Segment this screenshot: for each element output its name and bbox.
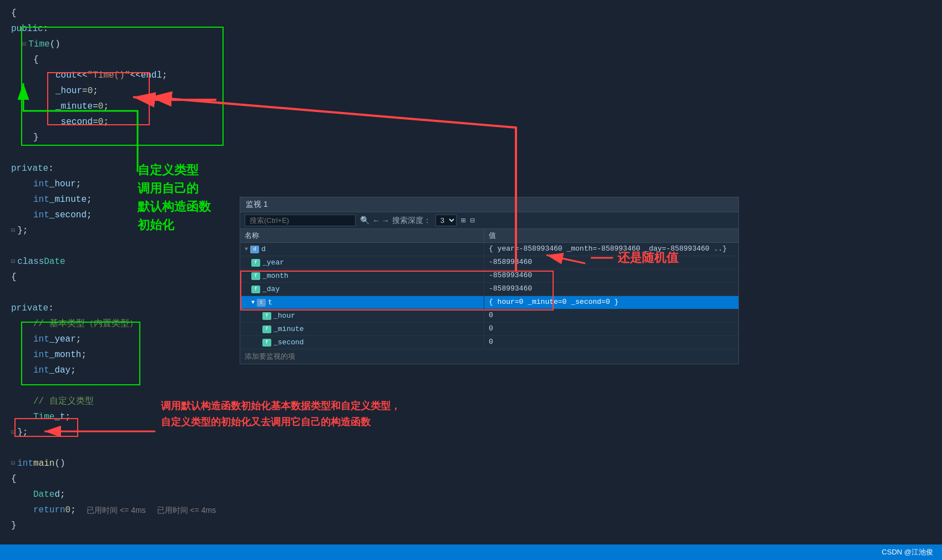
watch-name-t: ▼ t t [240, 296, 484, 309]
watch-toolbar: 🔍 ← → 搜索深度： 3 ⊞ ⊟ [240, 212, 738, 229]
depth-select[interactable]: 3 [435, 215, 457, 226]
watch-table-header: 名称 值 [240, 229, 738, 243]
watch-row-t[interactable]: ▼ t t { hour=0 _minute=0 _second=0 } [240, 296, 738, 309]
code-line: Time _t; [11, 409, 931, 425]
code-line: int _hour; [11, 176, 931, 192]
code-line: private: [11, 161, 931, 176]
code-line: _hour = 0; [11, 83, 931, 99]
watch-row-d[interactable]: ▼ d d { year=-858993460 _month=-85899346… [240, 243, 738, 256]
watch-search-input[interactable] [245, 215, 356, 226]
watch-name-d: ▼ d d [240, 243, 484, 256]
watch-name-month: f _month [240, 269, 484, 282]
watch-value-day: -858993460 [484, 283, 738, 296]
code-line: { [11, 471, 931, 487]
status-bar: CSDN @江池俊 [0, 544, 942, 560]
watch-name-minute: f _minute [240, 323, 484, 335]
code-line: _minute = 0; [11, 99, 931, 114]
watch-value-year: -858993460 [484, 256, 738, 269]
watch-name-hour: f _hour [240, 309, 484, 322]
code-line: ⊟}; [11, 425, 931, 440]
watch-name-day: f _day [240, 283, 484, 296]
watch-row-month[interactable]: f _month -858993460 [240, 269, 738, 283]
search-icon[interactable]: 🔍 [360, 216, 369, 225]
code-line [11, 378, 931, 394]
code-line: ⊟int main() [11, 456, 931, 471]
code-line: return 0; 已用时间 <= 4ms已用时间 <= 4ms [11, 502, 931, 518]
status-text: CSDN @江池俊 [882, 547, 933, 557]
col-value-header: 值 [484, 229, 738, 242]
depth-label: 搜索深度： [392, 216, 431, 226]
icon-grid2[interactable]: ⊟ [470, 216, 474, 225]
code-line: int _day; [11, 363, 931, 378]
watch-value-minute: 0 [484, 323, 738, 335]
watch-value-hour: 0 [484, 309, 738, 322]
icon-grid1[interactable]: ⊞ [461, 216, 465, 225]
code-line: { [11, 52, 931, 68]
watch-value-month: -858993460 [484, 269, 738, 282]
code-line: { [11, 6, 931, 21]
code-line: } [11, 518, 931, 533]
code-line: _second = 0; [11, 114, 931, 130]
code-line [11, 145, 931, 161]
watch-name-second: f _second [240, 336, 484, 349]
watch-value-t: { hour=0 _minute=0 _second=0 } [484, 296, 738, 309]
code-line: ⊟Time() [11, 37, 931, 52]
nav-back-icon[interactable]: ← [374, 216, 378, 225]
code-line: cout << "Time()" << endl; [11, 68, 931, 83]
watch-title: 监视 1 [240, 197, 738, 212]
code-line [11, 440, 931, 456]
col-name-header: 名称 [240, 229, 484, 242]
code-line: } [11, 130, 931, 145]
watch-row-hour[interactable]: f _hour 0 [240, 309, 738, 323]
code-line: Date d; [11, 487, 931, 502]
watch-row-minute[interactable]: f _minute 0 [240, 323, 738, 336]
code-line: public: [11, 21, 931, 37]
watch-add-item[interactable]: 添加要监视的项 [240, 349, 738, 364]
nav-forward-icon[interactable]: → [383, 216, 387, 225]
watch-value-d: { year=-858993460 _month=-858993460 _day… [484, 243, 738, 256]
code-line: // 自定义类型 [11, 394, 931, 409]
watch-name-year: f _year [240, 256, 484, 269]
watch-row-day[interactable]: f _day -858993460 [240, 283, 738, 296]
watch-panel: 监视 1 🔍 ← → 搜索深度： 3 ⊞ ⊟ 名称 值 ▼ d d { year… [240, 197, 739, 364]
watch-row-year[interactable]: f _year -858993460 [240, 256, 738, 269]
watch-value-second: 0 [484, 336, 738, 349]
watch-row-second[interactable]: f _second 0 [240, 336, 738, 349]
